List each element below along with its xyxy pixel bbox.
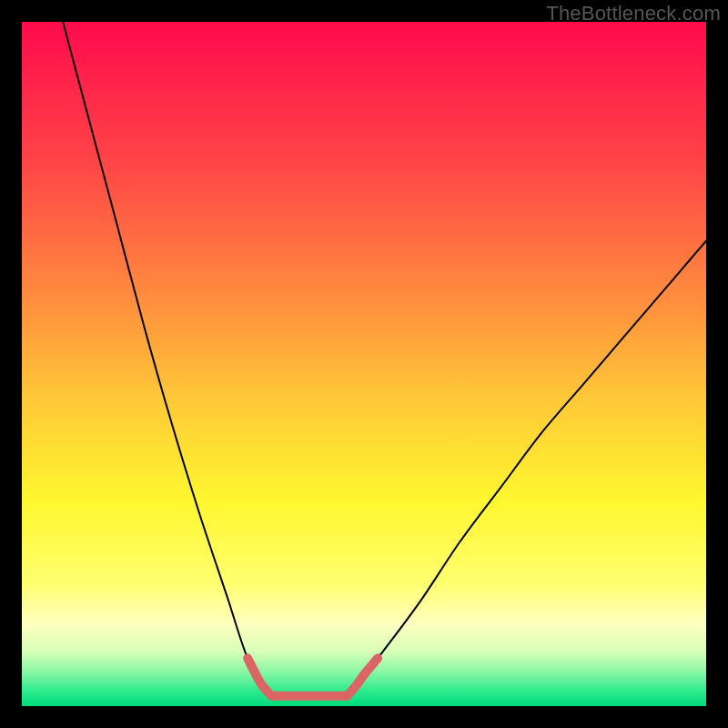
watermark-text: TheBottleneck.com bbox=[546, 2, 721, 25]
plot-area bbox=[22, 22, 706, 706]
chart-background bbox=[22, 22, 706, 706]
chart-svg bbox=[22, 22, 706, 706]
chart-frame: TheBottleneck.com bbox=[0, 0, 728, 728]
